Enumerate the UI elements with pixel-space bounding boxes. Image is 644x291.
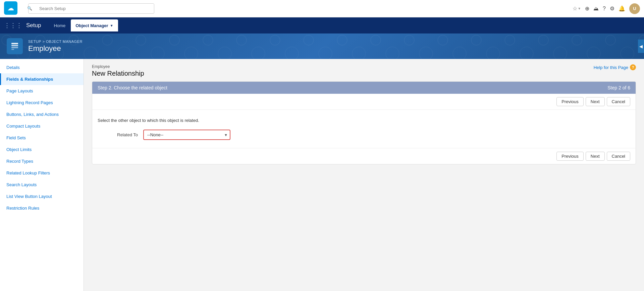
step-header: Step 2. Choose the related object Step 2…: [92, 82, 636, 94]
header-icon-box: [7, 38, 23, 54]
header-text: SETUP > OBJECT MANAGER Employee: [28, 40, 83, 53]
cancel-button-bottom[interactable]: Cancel: [607, 152, 630, 161]
object-label: Employee: [92, 64, 144, 69]
svg-rect-5: [11, 49, 14, 50]
salesforce-logo[interactable]: ☁: [4, 1, 17, 16]
svg-rect-2: [11, 43, 18, 44]
sidebar-item-details[interactable]: Details: [0, 62, 84, 73]
favorites-button[interactable]: ☆ ▼: [573, 5, 581, 12]
search-icon: 🔍: [27, 6, 32, 11]
header-band: SETUP > OBJECT MANAGER Employee ◀: [0, 33, 644, 59]
step-description: Select the other object to which this ob…: [98, 118, 630, 123]
main-layout: Details Fields & Relationships Page Layo…: [0, 59, 644, 291]
nav-item-object-manager[interactable]: Object Manager ▼: [71, 19, 118, 31]
page-header: Employee New Relationship Help for this …: [92, 64, 636, 77]
sidebar-item-fields-relationships[interactable]: Fields & Relationships: [0, 73, 84, 85]
related-to-form-row: Related To --None-- Account Contact Lead…: [98, 130, 630, 140]
step-bottom-actions: Previous Next Cancel: [92, 148, 636, 164]
page-object-title: Employee: [28, 44, 83, 53]
step-top-actions: Previous Next Cancel: [92, 94, 636, 110]
sidebar-item-lightning-record-pages[interactable]: Lightning Record Pages: [0, 97, 84, 108]
help-for-this-page-link[interactable]: Help for this Page ?: [594, 64, 636, 70]
avatar[interactable]: U: [629, 3, 640, 14]
svg-rect-3: [11, 45, 18, 46]
search-input[interactable]: [28, 3, 154, 14]
object-icon: [10, 42, 19, 51]
help-icon[interactable]: ?: [603, 6, 606, 12]
sidebar-item-list-view-button-layout[interactable]: List View Button Layout: [0, 191, 84, 202]
page-title-block: Employee New Relationship: [92, 64, 144, 77]
sidebar-item-restriction-rules[interactable]: Restriction Rules: [0, 202, 84, 214]
svg-rect-4: [11, 47, 18, 48]
related-to-label: Related To: [98, 132, 138, 137]
step-title: Step 2. Choose the related object: [98, 85, 167, 90]
sidebar: Details Fields & Relationships Page Layo…: [0, 59, 84, 291]
sidebar-item-record-types[interactable]: Record Types: [0, 155, 84, 167]
trailhead-icon[interactable]: ⛰: [593, 6, 599, 12]
sidebar-item-search-layouts[interactable]: Search Layouts: [0, 179, 84, 191]
top-nav-right: ☆ ▼ ⊕ ⛰ ? ⚙ 🔔 U: [573, 3, 640, 14]
page-title: New Relationship: [92, 70, 144, 77]
settings-icon[interactable]: ⚙: [610, 5, 614, 12]
related-to-select[interactable]: --None-- Account Contact Lead Opportunit…: [143, 130, 230, 140]
favorites-dropdown-icon: ▼: [578, 7, 581, 10]
sidebar-item-buttons-links-actions[interactable]: Buttons, Links, and Actions: [0, 108, 84, 120]
cancel-button-top[interactable]: Cancel: [607, 97, 630, 106]
sidebar-item-compact-layouts[interactable]: Compact Layouts: [0, 120, 84, 132]
next-button-bottom[interactable]: Next: [586, 152, 605, 161]
breadcrumb: SETUP > OBJECT MANAGER: [28, 40, 83, 44]
step-info: Step 2 of 6: [607, 85, 630, 90]
app-bar: ⋮⋮⋮ Setup Home Object Manager ▼: [0, 17, 644, 33]
breadcrumb-object-manager[interactable]: OBJECT MANAGER: [46, 40, 83, 44]
header-collapse-button[interactable]: ◀: [638, 40, 644, 53]
help-icon-badge: ?: [630, 64, 636, 70]
content-area: Employee New Relationship Help for this …: [84, 59, 644, 291]
previous-button-top[interactable]: Previous: [556, 97, 584, 106]
top-navigation: ☁ 🔍 ☆ ▼ ⊕ ⛰ ? ⚙ 🔔 U: [0, 0, 644, 17]
grid-icon[interactable]: ⋮⋮⋮: [4, 22, 22, 29]
step-box: Step 2. Choose the related object Step 2…: [92, 81, 636, 164]
sidebar-item-field-sets[interactable]: Field Sets: [0, 132, 84, 144]
sidebar-item-object-limits[interactable]: Object Limits: [0, 144, 84, 155]
search-bar: 🔍: [24, 0, 158, 17]
app-name: Setup: [26, 22, 41, 29]
sidebar-item-related-lookup-filters[interactable]: Related Lookup Filters: [0, 167, 84, 179]
step-body: Select the other object to which this ob…: [92, 110, 636, 148]
previous-button-bottom[interactable]: Previous: [556, 152, 584, 161]
star-icon: ☆: [573, 5, 577, 12]
notifications-icon[interactable]: 🔔: [619, 5, 625, 12]
nav-item-object-manager-chevron: ▼: [110, 24, 113, 27]
add-button[interactable]: ⊕: [585, 5, 589, 12]
app-bar-navigation: Home Object Manager ▼: [49, 19, 118, 31]
related-to-wrapper: --None-- Account Contact Lead Opportunit…: [143, 130, 230, 140]
breadcrumb-setup[interactable]: SETUP: [28, 40, 41, 44]
next-button-top[interactable]: Next: [586, 97, 605, 106]
svg-text:☁: ☁: [7, 4, 14, 12]
nav-item-home[interactable]: Home: [49, 19, 70, 31]
sidebar-item-page-layouts[interactable]: Page Layouts: [0, 85, 84, 97]
content-inner: Employee New Relationship Help for this …: [84, 59, 644, 170]
